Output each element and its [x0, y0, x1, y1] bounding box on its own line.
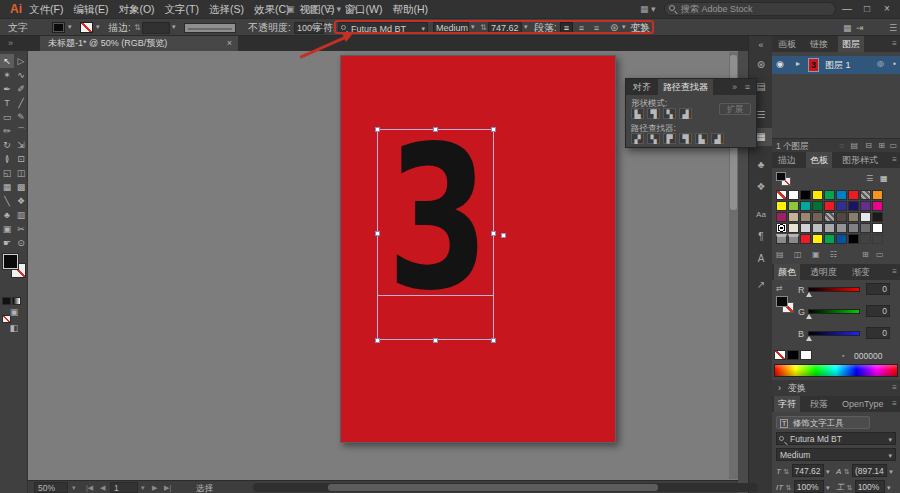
cb-menu-icon[interactable]: ☰ [889, 23, 897, 33]
unite-icon[interactable]: ▙ [631, 108, 644, 119]
free-transform-tool[interactable]: ⊡ [14, 152, 28, 166]
expand-panels-icon[interactable]: « [749, 36, 773, 54]
swatch[interactable] [812, 234, 823, 244]
tab-graphic-styles[interactable]: 图形样式 [838, 152, 882, 168]
swatch-options-icon[interactable]: ☷ [830, 248, 837, 262]
width-profile-dropdown[interactable] [184, 23, 236, 33]
stock-search-input[interactable]: 搜索 Adobe Stock [664, 2, 836, 16]
maximize-button[interactable]: □ [858, 0, 876, 18]
transform-title[interactable]: 变换 [784, 380, 810, 396]
blue-slider[interactable] [808, 331, 860, 336]
white-swatch[interactable] [800, 350, 812, 360]
selection-handle[interactable] [491, 127, 496, 132]
layer-visibility-icon[interactable]: ◉ [776, 59, 784, 69]
swatch[interactable] [800, 212, 811, 222]
list-view-icon[interactable]: ☰ [866, 174, 873, 183]
swatch[interactable] [836, 190, 847, 200]
menu-edit[interactable]: 编辑(E) [68, 0, 113, 18]
swatch[interactable] [800, 223, 811, 233]
caret-down-icon[interactable]: ▾ [826, 468, 830, 475]
locate-object-icon[interactable]: ◌ [839, 139, 844, 153]
tab-color[interactable]: 颜色 [774, 264, 800, 280]
selection-handle[interactable] [491, 338, 496, 343]
stroke-weight-stepper[interactable]: ⇅ [134, 23, 141, 33]
character-styles-panel-icon[interactable]: A [749, 250, 773, 268]
selection-handle[interactable] [375, 231, 380, 236]
next-artboard-icon[interactable]: ▶ [152, 482, 157, 493]
red-slider[interactable] [808, 287, 860, 292]
caret-down-icon[interactable]: ▾ [889, 468, 893, 475]
swatch[interactable] [800, 190, 811, 200]
swatch[interactable] [848, 234, 859, 244]
fill-stroke-control[interactable] [3, 254, 27, 284]
scale-tool[interactable]: ⇲ [14, 138, 28, 152]
menu-select[interactable]: 选择(S) [204, 0, 249, 18]
tab-close-icon[interactable]: × [227, 36, 232, 51]
char-font-family-field[interactable]: Futura Md BT ▾ [776, 432, 896, 445]
new-swatch-icon[interactable]: ▭ [876, 248, 884, 262]
horizontal-scale-control[interactable]: 工 ⇅ 100% ▾ [836, 480, 896, 493]
swatch-group-folder[interactable] [776, 234, 787, 244]
color-fill-icon[interactable] [776, 296, 788, 307]
line-segment-tool[interactable]: ╱ [14, 96, 28, 110]
tab-align[interactable]: 对齐 [628, 79, 656, 95]
width-tool[interactable]: ≬ [0, 152, 14, 166]
swatch[interactable] [812, 223, 823, 233]
swatch-pattern[interactable] [860, 190, 871, 200]
artboard-tool[interactable]: ▣ [0, 222, 14, 236]
swatch-registration[interactable] [776, 223, 787, 233]
red-slider-thumb[interactable] [806, 292, 812, 297]
hex-value[interactable]: 000000 [854, 351, 882, 361]
rectangle-tool[interactable]: ▭ [0, 110, 14, 124]
slice-tool[interactable]: ✂ [14, 222, 28, 236]
swatch-pattern[interactable] [824, 212, 835, 222]
swatch[interactable] [776, 201, 787, 211]
tab-links[interactable]: 链接 [806, 36, 832, 52]
prev-artboard-icon[interactable]: ◀ [100, 482, 105, 493]
tab-paragraph[interactable]: 段落 [806, 396, 832, 412]
swatch[interactable] [872, 212, 883, 222]
pencil-tool[interactable]: ✏ [0, 124, 14, 138]
menu-object[interactable]: 对象(O) [113, 0, 159, 18]
tab-opentype[interactable]: OpenType [838, 396, 888, 412]
swatch[interactable] [848, 212, 859, 222]
horizontal-scrollbar[interactable] [253, 483, 758, 492]
swatch[interactable] [812, 190, 823, 200]
selection-handle[interactable] [501, 233, 506, 238]
tab-artboards[interactable]: 画板 [774, 36, 800, 52]
font-size-control[interactable]: T ⇅ 747.62 ▾ [776, 464, 836, 477]
swatch-none[interactable] [776, 190, 787, 200]
char-font-style-field[interactable]: Medium ▾ [776, 448, 896, 461]
tab-layers[interactable]: 图层 [838, 36, 864, 52]
pen-tool[interactable]: ✒ [0, 82, 14, 96]
swatch[interactable] [872, 223, 883, 233]
swatch[interactable] [860, 201, 871, 211]
fill-swatch[interactable] [3, 254, 18, 269]
none-swatch[interactable] [774, 350, 786, 360]
mesh-tool[interactable]: ▦ [0, 180, 14, 194]
grid-view-icon[interactable]: ▦ [880, 174, 888, 183]
swatch[interactable] [836, 234, 847, 244]
curvature-tool[interactable]: ✐ [14, 82, 28, 96]
selection-handle[interactable] [375, 127, 380, 132]
menu-file[interactable]: 文件(F) [24, 0, 68, 18]
outline-icon[interactable]: ▙ [695, 133, 708, 144]
layer-expand-icon[interactable]: ▸ [796, 59, 800, 68]
transform-header[interactable]: › 变换 ≡ [772, 380, 900, 396]
blue-value-field[interactable]: 0 [866, 327, 890, 339]
stepper-icon[interactable]: ⇅ [783, 468, 789, 475]
new-layer-icon[interactable]: ⊞ [878, 139, 885, 153]
font-size-value[interactable]: 747.62 [792, 464, 824, 477]
share-icon[interactable]: ⇗ [350, 2, 358, 16]
layer-selection-icon[interactable]: ▪ [893, 59, 896, 68]
menu-type[interactable]: 文字(T) [160, 0, 204, 18]
black-swatch[interactable] [787, 350, 799, 360]
panel-menu-icon[interactable]: ≡ [740, 79, 755, 95]
brushes-panel-icon[interactable]: ❖ [749, 178, 773, 196]
swatch[interactable] [872, 201, 883, 211]
caret-down-icon[interactable]: ▾ [887, 484, 891, 491]
tab-transparency[interactable]: 透明度 [806, 264, 841, 280]
selection-handle[interactable] [433, 127, 438, 132]
tab-swatches[interactable]: 色板 [806, 152, 832, 168]
swatch[interactable] [836, 223, 847, 233]
